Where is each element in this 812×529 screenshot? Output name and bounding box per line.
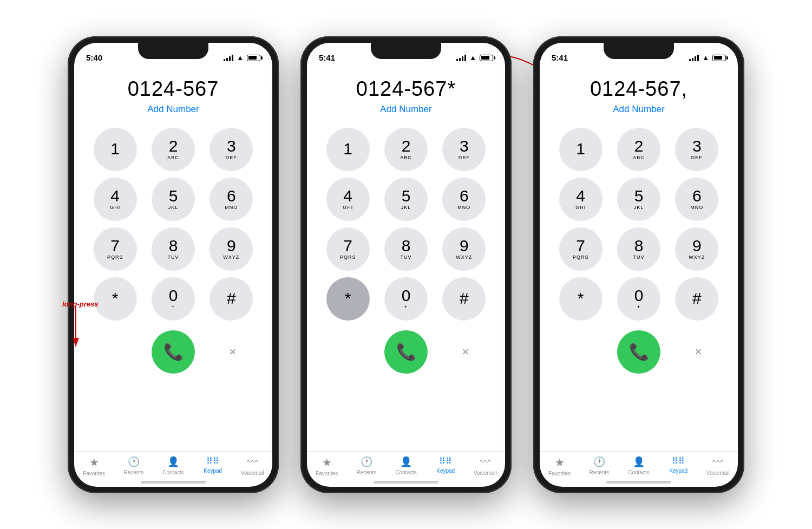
phone-1-call-row: 📞 × [74, 325, 272, 374]
phone-3-call-icon: 📞 [629, 342, 649, 361]
key-1-p2[interactable]: 1 [326, 128, 370, 171]
tab-recents-label-1: Recents [123, 469, 143, 475]
key-2-p2[interactable]: 2ABC [384, 128, 428, 171]
key-4-p3[interactable]: 4GHI [559, 178, 603, 221]
recents-icon-3: 🕐 [593, 456, 605, 468]
key-hash[interactable]: # [209, 277, 253, 321]
key-5-p2[interactable]: 5JKL [384, 178, 428, 221]
key-6-p2[interactable]: 6MNO [442, 178, 486, 221]
tab-keypad-label-2: Keypad [436, 468, 455, 474]
phone-2-notch [371, 43, 441, 59]
phone-2-add-number[interactable]: Add Number [380, 104, 431, 115]
tab-voicemail-1[interactable]: 〰 Voicemail [233, 456, 272, 476]
phone-3-call-row: 📞 × [540, 325, 738, 374]
tab-recents-1[interactable]: 🕐 Recents [114, 456, 153, 475]
phone-1-notch [138, 43, 208, 59]
star-icon-3: ★ [555, 456, 565, 469]
phone-1-dial-display: 0124-567 Add Number [74, 67, 272, 115]
phone-3-delete-button[interactable]: × [685, 338, 712, 365]
key-8-p2[interactable]: 8TUV [384, 227, 428, 271]
key-1[interactable]: 1 [94, 128, 137, 171]
keypad-icon-2: ⠿⠿ [439, 456, 452, 466]
keypad-icon-1: ⠿⠿ [206, 456, 219, 466]
tab-voicemail-2[interactable]: 〰 Voicemail [466, 456, 505, 476]
tab-voicemail-label-3: Voicemail [706, 470, 730, 476]
key-hash-p3[interactable]: # [675, 277, 718, 321]
key-0[interactable]: 0+ [152, 277, 195, 321]
key-5[interactable]: 5JKL [152, 178, 195, 221]
key-8[interactable]: 8TUV [152, 227, 195, 271]
phone-2-keypad: 1 2ABC 3DEF 4GHI 5JKL 6MNO 7PQRS 8TUV 9W… [307, 115, 505, 325]
phone-2-dial-number: 0124-567* [356, 77, 456, 101]
voicemail-icon-2: 〰 [480, 456, 490, 468]
tab-contacts-2[interactable]: 👤 Contacts [386, 456, 425, 475]
key-5-p3[interactable]: 5JKL [617, 178, 660, 221]
recents-icon-1: 🕐 [128, 456, 140, 468]
key-1-p3[interactable]: 1 [559, 128, 603, 171]
key-2-p3[interactable]: 2ABC [617, 128, 660, 171]
key-7-p3[interactable]: 7PQRS [559, 227, 603, 271]
tab-voicemail-label-2: Voicemail [474, 470, 497, 476]
keypad-icon-3: ⠿⠿ [672, 456, 685, 466]
phone-3-status-icons: ▲ [689, 54, 726, 62]
key-star-p2[interactable]: * [326, 277, 370, 321]
key-7-p2[interactable]: 7PQRS [326, 227, 370, 271]
tab-recents-2[interactable]: 🕐 Recents [346, 456, 386, 475]
key-0-p3[interactable]: 0+ [617, 277, 660, 321]
phone-3-call-button[interactable]: 📞 [617, 330, 660, 374]
key-9[interactable]: 9WXYZ [209, 227, 253, 271]
phone-3-battery [712, 55, 726, 61]
contacts-icon-2: 👤 [400, 456, 412, 468]
phone-1-delete-button[interactable]: × [219, 338, 246, 365]
tab-favorites-2[interactable]: ★ Favorites [307, 456, 346, 476]
key-3-p2[interactable]: 3DEF [442, 128, 486, 171]
key-hash-p2[interactable]: # [442, 277, 486, 321]
phone-2-delete-button[interactable]: × [452, 338, 479, 365]
phone-1-battery [247, 55, 260, 61]
phone-3-add-number[interactable]: Add Number [613, 104, 664, 115]
key-6-p3[interactable]: 6MNO [675, 178, 718, 221]
phone-1-time: 5:40 [86, 53, 102, 62]
key-6[interactable]: 6MNO [209, 178, 253, 221]
tab-favorites-1[interactable]: ★ Favorites [74, 456, 114, 476]
key-star[interactable]: * [94, 277, 137, 321]
tab-keypad-3[interactable]: ⠿⠿ Keypad [659, 456, 698, 474]
tab-contacts-1[interactable]: 👤 Contacts [153, 456, 193, 475]
phone-1-wifi-icon: ▲ [237, 54, 244, 62]
tab-voicemail-label-1: Voicemail [241, 470, 264, 476]
key-2[interactable]: 2ABC [152, 128, 195, 171]
key-9-p3[interactable]: 9WXYZ [675, 227, 718, 271]
phones-container: 5:40 ▲ 0124-567 Add Numbe [0, 0, 812, 529]
phone-3-dial-number: 0124-567, [590, 77, 687, 101]
key-4[interactable]: 4GHI [94, 178, 137, 221]
key-9-p2[interactable]: 9WXYZ [442, 227, 486, 271]
tab-voicemail-3[interactable]: 〰 Voicemail [698, 456, 738, 476]
key-star-p3[interactable]: * [559, 277, 603, 321]
phone-1-call-button[interactable]: 📞 [152, 330, 195, 374]
phone-2-call-button[interactable]: 📞 [384, 330, 428, 374]
tab-recents-3[interactable]: 🕐 Recents [579, 456, 619, 475]
phone-3-time: 5:41 [552, 53, 568, 62]
key-7[interactable]: 7PQRS [94, 227, 137, 271]
phone-1-add-number[interactable]: Add Number [147, 104, 199, 115]
tab-keypad-1[interactable]: ⠿⠿ Keypad [193, 456, 233, 474]
phone-2-screen: 5:41 ▲ 0124-567* Add Number [307, 43, 505, 487]
tab-contacts-3[interactable]: 👤 Contacts [619, 456, 658, 475]
phone-2: 5:41 ▲ 0124-567* Add Number [300, 36, 512, 493]
tab-recents-label-2: Recents [356, 469, 376, 475]
phone-2-battery [480, 55, 493, 61]
key-0-p2[interactable]: 0+ [384, 277, 428, 321]
tab-contacts-label-3: Contacts [628, 469, 649, 475]
key-3[interactable]: 3DEF [209, 128, 253, 171]
key-8-p3[interactable]: 8TUV [617, 227, 660, 271]
tab-contacts-label-1: Contacts [162, 469, 184, 475]
key-4-p2[interactable]: 4GHI [326, 178, 370, 221]
phone-3-tab-bar: ★ Favorites 🕐 Recents 👤 Contacts ⠿⠿ Keyp… [540, 451, 738, 479]
tab-recents-label-3: Recents [589, 469, 609, 475]
phone-3-delete-icon: × [695, 345, 702, 359]
key-3-p3[interactable]: 3DEF [675, 128, 718, 171]
contacts-icon-1: 👤 [167, 456, 179, 468]
tab-keypad-2[interactable]: ⠿⠿ Keypad [426, 456, 466, 474]
phone-2-delete-icon: × [462, 345, 469, 359]
tab-favorites-3[interactable]: ★ Favorites [540, 456, 579, 476]
